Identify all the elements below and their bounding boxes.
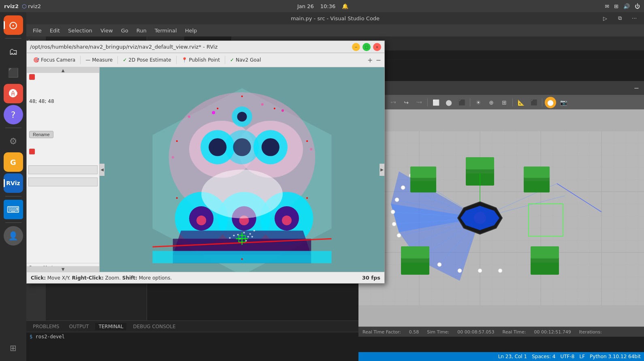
svg-point-98 (474, 212, 486, 224)
tool-2d-pose[interactable]: ✓ 2D Pose Estimate (119, 56, 174, 64)
panel-input-1[interactable] (28, 165, 98, 174)
rviz-title: /opt/ros/humble/share/nav2_bringup/rviz/… (30, 44, 218, 50)
dock-separator-3 (5, 196, 21, 197)
menu-go[interactable]: Go (118, 26, 132, 35)
measure-icon: — (85, 57, 90, 63)
collapse-left-btn[interactable]: ◀ (100, 164, 104, 176)
panel-scroll[interactable]: 48; 48; 48 Rename (27, 67, 99, 263)
gz-btn-camera[interactable]: 📷 (558, 97, 569, 108)
toolbar-add-btn[interactable]: + (366, 56, 374, 64)
system-bar-center: Jan 26 10:36 🔔 (297, 3, 348, 9)
gz-btn-orange[interactable]: ⬤ (545, 97, 556, 108)
dock-icon-vscode[interactable]: ⌨ (4, 200, 23, 219)
collapse-right-btn[interactable]: ▶ (380, 164, 384, 176)
dock-icon-rviz[interactable]: RViz (4, 173, 23, 193)
svg-point-46 (274, 108, 275, 109)
gz-btn-cylinder[interactable]: ⬛ (456, 97, 467, 108)
tab-output[interactable]: OUTPUT (66, 323, 92, 330)
gazebo-body[interactable] (358, 109, 644, 327)
power-icon[interactable]: ⏻ (635, 3, 640, 9)
language-status[interactable]: Python 3.10.12 64bit (590, 354, 641, 359)
dock-icon-help[interactable]: ? (4, 105, 23, 124)
gz-btn-measure[interactable]: 📐 (515, 97, 527, 108)
gz-btn-undo-arrow[interactable]: ↩▾ (388, 97, 399, 108)
dock-icon-files[interactable]: 🗂 (4, 42, 23, 61)
spaces-status[interactable]: Spaces: 4 (532, 354, 555, 359)
click-desc: Move X/Y. (47, 275, 72, 281)
tool-label: Measure (92, 57, 113, 63)
status-right: Ln 23, Col 1 Spaces: 4 UTF-8 LF Python 3… (498, 354, 641, 359)
scroll-down-btn[interactable]: ▼ (27, 266, 99, 272)
menu-terminal[interactable]: Terminal (151, 26, 180, 35)
scroll-up-btn[interactable]: ▲ (27, 67, 99, 73)
gz-btn-light[interactable]: ☀ (473, 97, 484, 108)
svg-point-53 (237, 112, 247, 122)
mail-icon[interactable]: ✉ (605, 3, 609, 9)
dock-icon-appstore[interactable]: 🅐 (4, 84, 23, 103)
terminal-content[interactable]: $ ros2-devel (26, 332, 358, 361)
network-icon[interactable]: ⊞ (614, 3, 618, 9)
volume-icon[interactable]: 🔊 (623, 3, 630, 9)
encoding-status[interactable]: UTF-8 (560, 354, 574, 359)
run-btn[interactable]: ▷ (599, 13, 611, 24)
menu-selection[interactable]: Selection (65, 26, 96, 35)
dock-icon-user[interactable]: 👤 (4, 226, 23, 246)
dock-icon-ubuntu[interactable]: ⊙ (4, 15, 23, 35)
tab-debug[interactable]: DEBUG CONSOLE (130, 323, 179, 330)
svg-point-26 (243, 232, 245, 233)
tab-problems[interactable]: PROBLEMS (30, 323, 63, 330)
gz-btn-redo[interactable]: ↪ (401, 97, 412, 108)
menu-help[interactable]: Help (182, 26, 200, 35)
tool-measure[interactable]: — Measure (82, 56, 116, 64)
svg-point-75 (397, 233, 401, 237)
panel-row-delete-2 (27, 147, 99, 156)
tool-focus-camera[interactable]: 🎯 Focus Camera (30, 56, 79, 64)
tool-nav2-goal[interactable]: ✓ Nav2 Goal (227, 56, 264, 64)
delete-btn-2[interactable] (29, 149, 35, 154)
svg-point-45 (241, 96, 243, 97)
gazebo-scene-svg (358, 109, 644, 327)
gz-sep-1 (427, 98, 428, 107)
split-btn[interactable]: ⧉ (614, 13, 625, 24)
tool-publish-point[interactable]: 📍 Publish Point (178, 56, 223, 64)
alarm-icon: 🔔 (342, 3, 348, 9)
dock-icon-terminal[interactable]: ⬛ (4, 63, 23, 82)
menu-edit[interactable]: Edit (47, 26, 63, 35)
more-btn[interactable]: ··· (629, 13, 640, 24)
gz-btn-sphere[interactable]: ⬤ (443, 97, 454, 108)
rviz-minimize-btn[interactable]: − (352, 43, 360, 51)
gz-btn-box[interactable]: ⬜ (430, 97, 441, 108)
nav2-icon: ✓ (230, 57, 234, 63)
activities-btn[interactable]: rviz2 (4, 3, 19, 9)
menu-view[interactable]: View (97, 26, 116, 35)
delete-btn-1[interactable] (29, 74, 35, 80)
panel-resize-handle[interactable] (98, 67, 99, 272)
dock-icon-gazebo[interactable]: G (4, 152, 23, 172)
rename-button[interactable]: Rename (29, 131, 53, 138)
gz-btn-pause[interactable]: ⬛ (528, 97, 540, 108)
click-label: Click: (31, 275, 46, 281)
position-status[interactable]: Ln 23, Col 1 (498, 354, 527, 359)
gz-btn-axes[interactable]: ⊕ (486, 97, 497, 108)
panel-row-rename: Rename (27, 130, 99, 139)
svg-point-38 (212, 111, 215, 114)
dock-icon-settings[interactable]: ⚙ (4, 131, 23, 151)
rviz-maximize-btn[interactable]: □ (363, 43, 371, 51)
eol-status[interactable]: LF (579, 354, 585, 359)
gazebo-close-btn[interactable]: − (634, 84, 639, 92)
gz-btn-grid[interactable]: ⊞ (499, 97, 510, 108)
sim-time-value: 00 00:08:57.053 (457, 329, 494, 335)
rviz-close-btn[interactable]: × (373, 43, 381, 51)
terminal-text: ros2-devel (35, 334, 64, 340)
svg-point-79 (478, 269, 482, 273)
dock-icon-grid[interactable]: ⊞ (4, 338, 23, 358)
menu-run[interactable]: Run (133, 26, 150, 35)
menu-file[interactable]: File (30, 26, 45, 35)
panel-input-2[interactable] (28, 177, 98, 186)
tab-terminal[interactable]: TERMINAL (95, 323, 126, 330)
rviz-left-panel: ▲ 48; 48; 48 Rename (27, 67, 100, 272)
svg-point-42 (172, 156, 174, 158)
gz-btn-redo-arrow[interactable]: ↪▾ (414, 97, 425, 108)
toolbar-minus-btn[interactable]: − (376, 56, 381, 64)
rviz-main-view[interactable]: ◀ ▶ (100, 67, 384, 272)
